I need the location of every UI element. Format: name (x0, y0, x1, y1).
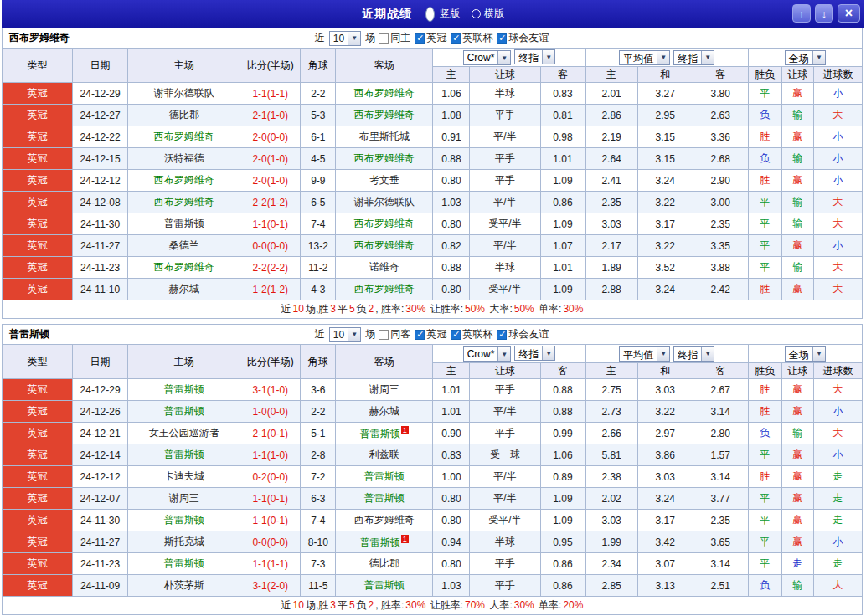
handicap-away-odds: 1.09 (540, 213, 585, 235)
result-handicap: 输 (781, 213, 813, 235)
result-goals: 小 (813, 126, 862, 148)
filter-controls: 近10▼场同客英冠英联杯球会友谊 (315, 327, 549, 342)
away-team: 赫尔城 (336, 401, 433, 423)
match-score: 3-1(2-0) (240, 575, 301, 597)
euro-home-odds: 2.73 (585, 401, 637, 423)
column-subheader: 客 (540, 363, 585, 379)
match-row: 英冠24-11-23普雷斯顿1-1(1-1)7-3德比郡0.80平手0.862.… (3, 553, 863, 575)
euro-draw-odds: 3.24 (637, 488, 693, 510)
result-handicap: 赢 (781, 466, 813, 488)
match-count-select[interactable]: 10▼ (329, 31, 361, 46)
layout-vertical-option[interactable]: 竖版 (424, 7, 460, 22)
handicap-home-odds: 0.80 (433, 488, 470, 510)
result-handicap: 输 (781, 192, 813, 213)
summary-text: 近10场,胜3平5负2, 胜率:30% 让胜率:50% 大率:50% 单率:30… (3, 300, 863, 319)
handicap-home-odds: 0.88 (433, 148, 470, 170)
chevron-down-icon: ▼ (657, 347, 669, 361)
result-outcome: 负 (748, 575, 781, 597)
header-row-dropdowns: 类型日期主场比分(半场)角球客场Crow*▼终指▼平均值▼终指▼全场▼ (3, 345, 863, 363)
match-score: 1-1(1-1) (240, 553, 301, 575)
average-odds-select[interactable]: 平均值▼ (619, 346, 670, 362)
team-section: 西布罗姆维奇近10▼场同主英冠英联杯球会友谊类型日期主场比分(半场)角球客场Cr… (2, 28, 863, 319)
euro-odds-selects: 平均值▼终指▼ (585, 49, 748, 67)
handicap-line: 平手 (470, 105, 540, 126)
league-checkbox[interactable]: 球会友谊 (497, 31, 549, 45)
same-venue-checkbox[interactable]: 同主 (379, 31, 410, 45)
final-odds-select[interactable]: 终指▼ (514, 346, 555, 361)
scroll-down-button[interactable]: ↓ (815, 4, 833, 23)
league-badge: 英冠 (3, 257, 73, 279)
result-goals: 走 (813, 553, 862, 575)
red-card-badge: 1 (401, 426, 409, 434)
asia-odds-selects: Crow*▼终指▼ (433, 345, 585, 363)
match-row: 英冠24-11-10赫尔城1-2(1-2)4-3西布罗姆维奇0.80受平/半1.… (3, 279, 863, 300)
result-handicap: 输 (781, 575, 813, 597)
home-team: 沃特福德 (128, 148, 240, 170)
league-checkbox[interactable]: 英联杯 (451, 31, 492, 45)
handicap-away-odds: 0.99 (540, 423, 585, 444)
home-team: 朴茨茅斯 (128, 575, 240, 597)
league-checkbox[interactable]: 英冠 (415, 31, 446, 45)
euro-home-odds: 2.64 (585, 148, 637, 170)
team-name-text: 朴茨茅斯 (164, 579, 204, 591)
same-venue-checkbox[interactable]: 同客 (379, 327, 410, 341)
chevron-down-icon: ▼ (657, 51, 669, 64)
euro-draw-odds: 3.03 (637, 466, 693, 488)
result-goals: 小 (813, 531, 862, 553)
match-row: 英冠24-11-09朴茨茅斯3-1(2-0)11-5普雷斯顿1.03平手0.86… (3, 575, 863, 597)
scroll-up-button[interactable]: ↑ (792, 4, 811, 23)
match-date: 24-11-27 (73, 235, 128, 257)
match-row: 英冠24-12-12西布罗姆维奇2-0(1-0)9-9考文垂0.80平手1.09… (3, 170, 863, 192)
league-checkbox[interactable]: 球会友谊 (497, 327, 549, 341)
match-count-select[interactable]: 10▼ (329, 327, 361, 342)
away-team: 西布罗姆维奇 (336, 148, 433, 170)
summary-segment: 3 (330, 303, 336, 315)
handicap-away-odds: 0.88 (540, 401, 585, 423)
column-header: 角球 (301, 345, 336, 379)
result-handicap: 输 (781, 148, 813, 170)
column-header: 主场 (128, 345, 240, 379)
odds-source-select[interactable]: Crow*▼ (463, 50, 512, 65)
final-odds-select[interactable]: 终指▼ (673, 50, 714, 65)
layout-horizontal-option[interactable]: 横版 (472, 7, 504, 21)
euro-home-odds: 1.99 (585, 531, 637, 553)
match-scope-select[interactable]: 全场▼ (785, 346, 826, 362)
euro-away-odds: 2.35 (693, 213, 748, 235)
result-handicap: 赢 (781, 126, 813, 148)
result-handicap: 赢 (781, 170, 813, 192)
away-team: 布里斯托城 (336, 126, 433, 148)
match-row: 英冠24-12-08西布罗姆维奇2-2(1-2)6-5谢菲尔德联队1.03平/半… (3, 192, 863, 213)
team-name-text: 谢菲尔德联队 (154, 87, 214, 99)
handicap-home-odds: 0.80 (433, 553, 470, 575)
column-header: 比分(半场) (240, 345, 301, 379)
away-team: 普雷斯顿1 (336, 423, 433, 444)
result-outcome: 平 (748, 510, 781, 531)
result-handicap: 赢 (781, 488, 813, 510)
result-handicap: 赢 (781, 401, 813, 423)
match-row: 英冠24-12-26普雷斯顿1-0(0-0)2-2赫尔城1.01平/半0.882… (3, 401, 863, 423)
final-odds-select[interactable]: 终指▼ (673, 346, 714, 362)
match-row: 英冠24-11-27桑德兰0-0(0-0)13-2西布罗姆维奇0.82平/半1.… (3, 235, 863, 257)
result-goals: 小 (813, 170, 862, 192)
chevron-down-icon: ▼ (701, 51, 714, 64)
close-button[interactable]: × (838, 4, 860, 23)
match-date: 24-12-15 (73, 148, 128, 170)
match-row: 英冠24-11-27斯托克城0-0(0-0)8-10普雷斯顿10.94半球0.9… (3, 531, 863, 553)
team-name-text: 利兹联 (369, 449, 399, 460)
summary-segment: 平 (338, 599, 348, 611)
summary-row: 近10场,胜3平5负2, 胜率:30% 让胜率:70% 大率:30% 单率:20… (3, 597, 863, 615)
corner-score: 11-2 (301, 257, 336, 279)
euro-away-odds: 2.90 (693, 170, 748, 192)
league-badge: 英冠 (3, 170, 73, 192)
league-checkbox[interactable]: 英冠 (415, 327, 446, 341)
handicap-away-odds: 0.83 (540, 83, 585, 105)
odds-source-select[interactable]: Crow*▼ (463, 346, 512, 362)
euro-home-odds: 2.88 (585, 279, 637, 300)
match-row: 英冠24-12-12卡迪夫城0-2(0-0)7-2普雷斯顿1.00平/半0.89… (3, 466, 863, 488)
league-checkbox[interactable]: 英联杯 (451, 327, 492, 341)
euro-away-odds: 2.42 (693, 279, 748, 300)
handicap-away-odds: 1.09 (540, 170, 585, 192)
match-scope-select[interactable]: 全场▼ (785, 50, 826, 65)
average-odds-select[interactable]: 平均值▼ (619, 50, 670, 65)
final-odds-select[interactable]: 终指▼ (514, 49, 555, 64)
